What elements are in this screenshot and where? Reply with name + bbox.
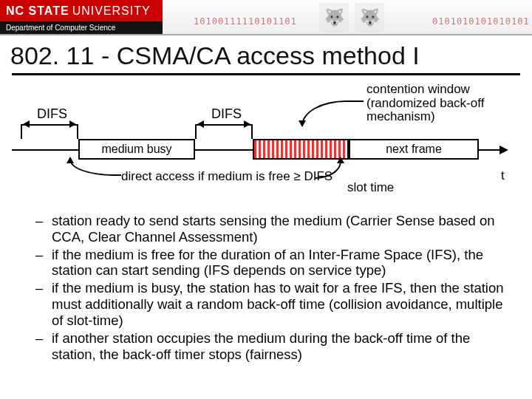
binary-decor-left: 10100111110101101 [194,16,297,27]
difs-bracket-2 [195,124,253,139]
header-banner: NC STATE UNIVERSITY Department of Comput… [0,0,532,35]
difs-label-1: DIFS [37,106,67,122]
difs-bracket-1 [21,124,78,139]
wolf-logo-icon: 🐺 [355,3,384,33]
slot-time-label: slot time [347,180,394,195]
direct-access-label: direct access if medium is free ≥ DIFS [121,170,332,184]
slot-time-pointer [315,160,341,179]
difs-label-2: DIFS [211,106,242,122]
brand-bold: NC STATE [6,4,69,18]
brand-thin: UNIVERSITY [72,4,151,18]
brand-brick: NC STATE UNIVERSITY [0,0,163,21]
bullet-list: station ready to send starts sensing the… [35,213,511,362]
timing-diagram: DIFS DIFS contention window (randomized … [12,83,520,208]
slide-title: 802. 11 - CSMA/CA access method I [0,35,532,73]
medium-busy-box: medium busy [78,139,195,160]
binary-decor-right: 0101010101010101 [432,16,530,27]
direct-access-pointer [69,160,121,176]
contention-window-pointer [301,100,364,126]
next-frame-box: next frame [349,139,479,160]
list-item: if another station occupies the medium d… [35,330,511,363]
contention-window-label: contention window (randomized back-off m… [366,83,514,124]
list-item: station ready to send starts sensing the… [35,213,511,245]
contention-window-box [253,139,349,160]
list-item: if the medium is free for the duration o… [35,247,511,279]
department-strip: Department of Computer Science [0,21,163,34]
title-rule [12,73,520,75]
list-item: if the medium is busy, the station has t… [35,280,511,328]
wolf-logo-icon: 🐺 [319,3,349,33]
time-variable-label: t [501,168,505,183]
